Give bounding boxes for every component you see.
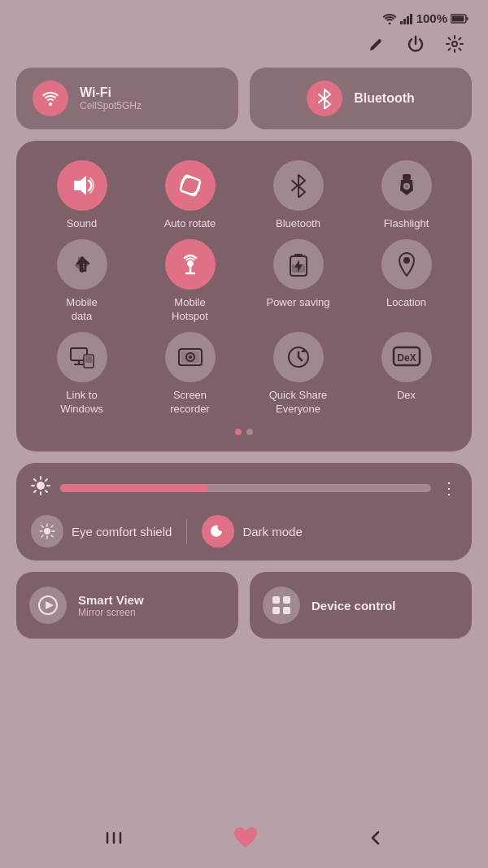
link-windows-label: Link to Windows [60,389,103,417]
svg-text:DeX: DeX [397,352,416,364]
location-tile[interactable]: Location [354,239,459,324]
sound-tile[interactable]: Sound [29,160,134,231]
svg-line-42 [34,479,36,481]
eye-comfort-icon [39,523,55,539]
device-control-tile[interactable]: Device control [250,572,472,639]
quick-share-icon [286,345,311,369]
heart-icon [233,825,259,849]
wifi-tile[interactable]: Wi-Fi CellSpot5GHz [16,68,238,129]
svg-point-24 [403,257,410,264]
hotspot-icon-circle [165,239,216,290]
bluetooth-title: Bluetooth [354,91,415,106]
pencil-icon [368,36,385,52]
power-saving-tile[interactable]: Power saving [246,239,351,324]
bluetooth-grid-tile[interactable]: Bluetooth [246,160,351,231]
nav-menu-button[interactable] [103,830,124,851]
svg-rect-60 [283,607,290,614]
dark-mode-label: Dark mode [242,525,302,539]
mobile-data-tile[interactable]: Mobile data [29,239,134,324]
svg-rect-3 [407,16,409,24]
hotspot-tile[interactable]: Mobile Hotspot [137,239,242,324]
svg-rect-14 [403,174,411,180]
screen-recorder-icon [177,346,203,369]
svg-line-51 [41,526,43,527]
page-dots [29,429,459,435]
bluetooth-tile[interactable]: Bluetooth [250,68,472,129]
sound-icon-circle [57,160,107,211]
quick-share-tile[interactable]: Quick Share Everyone [246,332,351,417]
auto-rotate-tile[interactable]: Auto rotate [137,160,242,231]
status-icons: 100% [382,11,468,25]
dex-label: Dex [397,389,416,403]
svg-point-0 [388,22,390,24]
smart-view-icon [37,595,59,616]
dex-icon-circle: DeX [381,332,432,382]
svg-point-33 [189,355,192,359]
dark-mode-icon [210,523,226,539]
location-icon [396,251,417,277]
device-control-icon-circle [263,587,300,624]
eye-comfort-icon-circle [31,515,63,547]
nav-home-button[interactable] [233,825,259,855]
dark-mode-button[interactable]: Dark mode [202,515,302,547]
bluetooth-grid-label: Bluetooth [276,217,320,231]
action-bar [0,30,488,68]
location-label: Location [386,296,426,310]
location-icon-circle [381,239,432,290]
quick-share-label: Quick Share Everyone [269,389,328,417]
svg-line-52 [51,535,53,537]
wifi-subtitle: CellSpot5GHz [80,100,142,111]
dex-tile[interactable]: DeX Dex [354,332,459,417]
brightness-menu-button[interactable]: ⋮ [441,478,457,498]
brightness-fill [60,484,208,492]
screen-recorder-tile[interactable]: Screen recorder [137,332,242,417]
sound-label: Sound [67,217,98,231]
power-saving-label: Power saving [266,296,329,310]
status-bar: 100% [0,0,488,30]
wifi-title: Wi-Fi [80,85,142,100]
nav-bar [0,812,488,868]
device-control-icon [271,595,292,616]
power-saving-icon-circle [273,239,324,290]
smart-view-tile[interactable]: Smart View Mirror screen [16,572,238,639]
smart-view-icon-circle [29,587,67,624]
svg-rect-58 [283,596,290,604]
nav-menu-icon [103,830,124,846]
wifi-status-icon [382,13,397,24]
gear-icon [446,35,464,53]
nav-back-button[interactable] [367,829,385,852]
eye-comfort-label: Eye comfort shield [72,525,172,539]
quick-tiles-row: Wi-Fi CellSpot5GHz Bluetooth [0,68,488,129]
settings-button[interactable] [444,33,465,55]
auto-rotate-icon-circle [165,160,216,211]
flashlight-label: Flashlight [384,217,429,231]
auto-rotate-label: Auto rotate [164,217,216,231]
bluetooth-grid-icon [290,173,307,198]
flashlight-tile[interactable]: Flashlight [354,160,459,231]
dex-icon: DeX [392,345,421,369]
icon-grid: Sound Auto rotate [29,160,459,416]
dot-1[interactable] [235,429,242,435]
svg-line-54 [41,535,43,537]
svg-marker-56 [46,601,54,609]
svg-rect-57 [272,596,280,604]
bottom-tiles-row: Smart View Mirror screen Device control [0,572,488,639]
link-windows-icon [69,345,95,369]
svg-point-37 [37,482,45,490]
svg-rect-7 [467,17,468,20]
dot-2[interactable] [246,429,253,435]
bluetooth-grid-icon-circle [273,160,324,211]
svg-line-45 [34,491,36,492]
brightness-bar[interactable] [60,484,431,492]
link-windows-tile[interactable]: Link to Windows [29,332,134,417]
svg-rect-59 [272,607,280,614]
svg-rect-1 [400,21,403,24]
svg-line-43 [46,491,47,492]
svg-rect-29 [85,356,92,363]
pencil-button[interactable] [366,33,387,55]
svg-point-46 [44,528,50,534]
eye-comfort-button[interactable]: Eye comfort shield [31,515,172,547]
quick-share-icon-circle [273,332,324,382]
power-button[interactable] [405,33,426,55]
wifi-icon-circle [33,81,68,116]
